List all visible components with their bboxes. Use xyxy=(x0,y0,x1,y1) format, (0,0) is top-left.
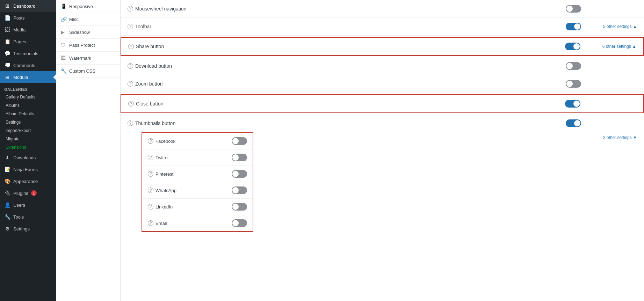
sidebar-item-media[interactable]: 🖼 Media xyxy=(0,24,56,36)
sidebar-item-dashboard[interactable]: ⊞ Dashboard xyxy=(0,0,56,12)
sub-sidebar-watermark[interactable]: 🖼 Watermark xyxy=(56,52,120,65)
sidebar-item-ninja-forms[interactable]: 📝 Ninja Forms xyxy=(0,163,56,175)
sub-sidebar-label: Watermark xyxy=(69,56,91,61)
sidebar-item-migrate[interactable]: Migrate xyxy=(0,135,56,143)
sidebar-item-testimonials[interactable]: 💬 Testimonials xyxy=(0,47,56,59)
twitter-text: Twitter xyxy=(155,155,169,160)
sub-sidebar-pass-protect[interactable]: 🛡 Pass Protect xyxy=(56,39,120,52)
share-button-text: Share button xyxy=(136,44,164,49)
toolbar-toggle-knob xyxy=(574,23,580,30)
sidebar-label: Testimonials xyxy=(13,51,38,56)
download-help-icon[interactable]: ? xyxy=(128,63,133,69)
pinterest-help-icon[interactable]: ? xyxy=(148,171,153,177)
toolbar-toggle-container xyxy=(566,23,581,30)
linkedin-text: LinkedIn xyxy=(155,204,173,210)
zoom-toggle[interactable] xyxy=(566,80,581,88)
sub-sidebar-label: Pass Protect xyxy=(69,43,95,48)
sidebar-label: Modula xyxy=(13,75,28,80)
users-icon: 👤 xyxy=(4,202,10,208)
whatsapp-help-icon[interactable]: ? xyxy=(148,188,153,193)
share-button-row: ? Share button 6 other settings ▲ xyxy=(121,37,644,56)
toolbar-toggle[interactable] xyxy=(566,23,581,30)
toolbar-other-settings[interactable]: 5 other settings ▲ xyxy=(588,24,637,29)
close-toggle[interactable] xyxy=(565,100,580,108)
media-icon: 🖼 xyxy=(4,27,10,33)
pages-icon: 📋 xyxy=(4,38,10,45)
mousewheel-toggle[interactable] xyxy=(566,5,581,13)
email-label: ? Email xyxy=(148,220,232,226)
sidebar-item-plugins[interactable]: 🔌 Plugins 1 xyxy=(0,187,56,199)
download-button-row: ? Download button xyxy=(121,57,644,75)
share-toggle[interactable] xyxy=(565,43,580,50)
modula-icon: ⊞ xyxy=(4,74,10,80)
mousewheel-help-icon[interactable]: ? xyxy=(128,6,133,12)
ninja-forms-icon: 📝 xyxy=(4,166,10,172)
plugins-badge: 1 xyxy=(31,190,37,196)
sub-sidebar-label: Responsive xyxy=(69,4,93,9)
close-help-icon[interactable]: ? xyxy=(128,101,134,107)
facebook-toggle[interactable] xyxy=(232,137,247,145)
sidebar-item-downloads[interactable]: ⬇ Downloads xyxy=(0,152,56,163)
close-button-text: Close button xyxy=(136,101,164,107)
sidebar-item-albums[interactable]: Albums xyxy=(0,101,56,110)
sub-sidebar-custom-css[interactable]: 🔧 Custom CSS xyxy=(56,65,120,78)
thumbnails-toggle-knob xyxy=(574,120,580,126)
sidebar-item-appearance[interactable]: 🎨 Appearance xyxy=(0,175,56,187)
sub-sidebar-slideshow[interactable]: ▶ Slideshow xyxy=(56,26,120,39)
toolbar-label: ? Toolbar xyxy=(128,24,566,29)
share-help-icon[interactable]: ? xyxy=(128,44,134,49)
mousewheel-toggle-container xyxy=(566,5,581,13)
sidebar-item-import-export[interactable]: Import/Export xyxy=(0,126,56,135)
sidebar-item-modula[interactable]: ⊞ Modula xyxy=(0,71,56,83)
sub-sidebar-label: Misc xyxy=(69,17,79,22)
share-toggle-knob xyxy=(573,43,580,50)
download-toggle-knob xyxy=(566,63,573,69)
pinterest-label: ? Pinterest xyxy=(148,171,232,177)
facebook-label: ? Facebook xyxy=(148,138,232,144)
thumbnails-help-icon[interactable]: ? xyxy=(128,120,133,126)
email-toggle[interactable] xyxy=(232,219,247,227)
linkedin-row: ? LinkedIn xyxy=(142,199,253,215)
pinterest-toggle[interactable] xyxy=(232,170,247,178)
twitter-help-icon[interactable]: ? xyxy=(148,155,153,160)
sidebar-item-comments[interactable]: 💭 Comments xyxy=(0,59,56,71)
slideshow-icon: ▶ xyxy=(61,29,66,35)
sidebar-item-extensions[interactable]: Extensions xyxy=(0,143,56,152)
sidebar-item-posts[interactable]: 📄 Posts xyxy=(0,12,56,24)
download-button-text: Download button xyxy=(135,63,172,69)
email-text: Email xyxy=(155,221,167,226)
migrate-label: Migrate xyxy=(6,137,20,141)
toolbar-help-icon[interactable]: ? xyxy=(128,24,133,29)
download-toggle[interactable] xyxy=(566,62,581,70)
toolbar-text: Toolbar xyxy=(135,24,151,29)
twitter-toggle[interactable] xyxy=(232,154,247,161)
pinterest-row: ? Pinterest xyxy=(142,166,253,182)
sidebar-item-tools[interactable]: 🔧 Tools xyxy=(0,211,56,223)
thumbnails-toggle[interactable] xyxy=(566,119,581,127)
sidebar-label: Pages xyxy=(13,39,26,44)
linkedin-help-icon[interactable]: ? xyxy=(148,204,153,210)
sidebar-item-gallery-defaults[interactable]: Gallery Defaults xyxy=(0,93,56,101)
sidebar-label: Downloads xyxy=(13,155,36,160)
facebook-row: ? Facebook xyxy=(142,133,253,149)
sidebar-item-settings-bottom[interactable]: ⚙ Settings xyxy=(0,223,56,235)
facebook-help-icon[interactable]: ? xyxy=(148,138,153,144)
linkedin-toggle[interactable] xyxy=(232,203,247,211)
sub-sidebar: 📱 Responsive 🔗 Misc ▶ Slideshow 🛡 Pass P… xyxy=(56,0,121,301)
share-other-settings[interactable]: 6 other settings ▲ xyxy=(587,44,636,49)
sidebar-label: Appearance xyxy=(13,179,38,184)
sub-sidebar-misc[interactable]: 🔗 Misc xyxy=(56,13,120,26)
share-options-other-settings[interactable]: 2 other settings ▼ xyxy=(588,135,637,140)
settings-icon: ⚙ xyxy=(4,226,10,232)
sidebar-item-settings[interactable]: Settings xyxy=(0,118,56,126)
whatsapp-toggle[interactable] xyxy=(232,186,247,194)
sub-sidebar-responsive[interactable]: 📱 Responsive xyxy=(56,0,120,13)
dashboard-icon: ⊞ xyxy=(4,3,10,9)
main-content: ? Mousewheel navigation ? Toolbar 5 othe xyxy=(121,0,644,301)
email-help-icon[interactable]: ? xyxy=(148,220,153,226)
sidebar-item-pages[interactable]: 📋 Pages xyxy=(0,36,56,47)
sidebar-item-album-defaults[interactable]: Album Defaults xyxy=(0,110,56,118)
zoom-help-icon[interactable]: ? xyxy=(128,81,133,87)
tools-icon: 🔧 xyxy=(4,214,10,220)
sidebar-item-users[interactable]: 👤 Users xyxy=(0,199,56,211)
